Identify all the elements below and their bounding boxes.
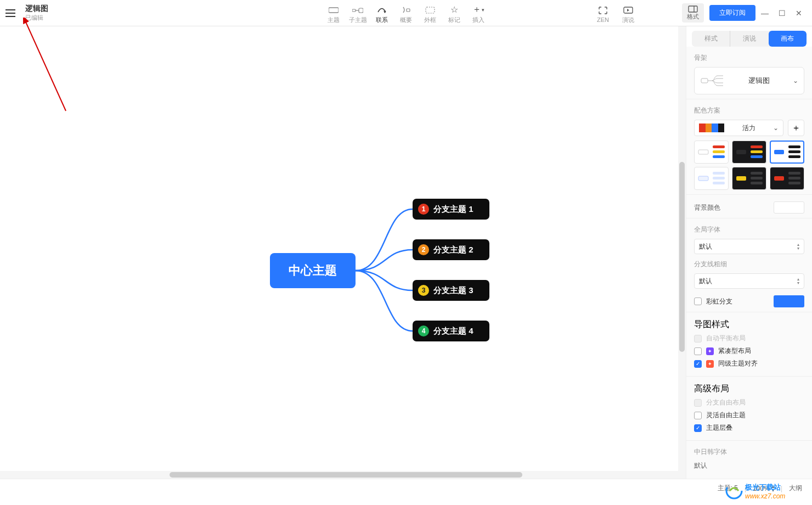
svg-point-43: [726, 483, 742, 498]
branch-width-label: 分支线粗细: [694, 260, 804, 269]
tab-canvas[interactable]: 画布: [769, 31, 807, 47]
svg-text:www.xz7.com: www.xz7.com: [745, 492, 785, 500]
pitch-button[interactable]: 演说: [618, 2, 638, 24]
skeleton-select[interactable]: 逻辑图 ⌄: [694, 67, 804, 94]
theme-preview-1[interactable]: [694, 141, 729, 164]
summary-icon: [402, 4, 410, 15]
maximize-icon[interactable]: ☐: [779, 9, 786, 18]
theme-preview-4[interactable]: [694, 167, 729, 190]
svg-rect-27: [774, 150, 784, 154]
svg-rect-36: [751, 172, 763, 175]
svg-rect-23: [736, 150, 746, 154]
plus-icon: ＋▾: [472, 4, 484, 15]
svg-rect-34: [713, 182, 725, 184]
auto-balance-checkbox: [694, 335, 702, 343]
cjk-font-value: 默认: [694, 461, 804, 470]
svg-rect-29: [788, 150, 800, 153]
free-topic-checkbox[interactable]: [694, 412, 702, 419]
tab-style[interactable]: 样式: [692, 31, 730, 47]
color-scheme-select[interactable]: 活力 ⌄: [694, 120, 783, 136]
watermark: 极光下载站 www.xz7.com: [724, 480, 807, 502]
marker-3-icon: 3: [418, 285, 429, 296]
document-subtitle: 已编辑: [25, 14, 48, 22]
svg-rect-25: [751, 150, 763, 153]
canvas[interactable]: 中心主题 1分支主题 1 2分支主题 2 3分支主题 3 4分支主题 4: [0, 26, 686, 479]
rainbow-color-chip[interactable]: [774, 295, 804, 307]
theme-preview-5[interactable]: [732, 167, 766, 190]
stepper-icon: ▴▾: [797, 243, 799, 250]
theme-preview-3[interactable]: [770, 141, 804, 164]
horizontal-scrollbar[interactable]: [0, 471, 678, 479]
topic-button[interactable]: 主题: [322, 2, 346, 24]
svg-rect-3: [359, 8, 363, 13]
global-font-select[interactable]: 默认 ▴▾: [694, 239, 804, 254]
color-scheme-label: 配色方案: [694, 106, 804, 115]
topic-stack-checkbox[interactable]: ✓: [694, 424, 702, 432]
boundary-button[interactable]: 外框: [418, 2, 442, 24]
tab-pitch[interactable]: 演说: [730, 31, 768, 47]
marker-4-icon: 4: [418, 326, 429, 336]
svg-rect-33: [713, 177, 725, 179]
minimize-icon[interactable]: —: [761, 9, 769, 18]
close-icon[interactable]: ✕: [796, 9, 802, 18]
center-topic[interactable]: 中心主题: [270, 253, 356, 288]
structure-icon: [700, 72, 725, 89]
subtopic-icon: [352, 4, 363, 15]
play-icon: [623, 4, 633, 15]
marker-2-icon: 2: [418, 244, 429, 255]
summary-button[interactable]: 概要: [394, 2, 418, 24]
bg-color-label: 背景颜色: [694, 203, 720, 212]
topic-icon: [329, 4, 339, 15]
same-level-align-checkbox[interactable]: ✓: [694, 360, 702, 368]
panel-icon: [688, 5, 698, 13]
svg-rect-6: [426, 7, 435, 13]
relationship-button[interactable]: 联系: [370, 2, 394, 24]
theme-preview-2[interactable]: [732, 141, 766, 164]
svg-rect-38: [751, 182, 763, 184]
branch-topic-1[interactable]: 1分支主题 1: [413, 199, 489, 220]
compact-checkbox[interactable]: [694, 347, 702, 355]
skeleton-label: 骨架: [694, 53, 804, 63]
svg-rect-35: [736, 176, 746, 181]
subscribe-button[interactable]: 立即订阅: [709, 5, 755, 21]
relationship-icon: [377, 4, 387, 15]
document-title: 逻辑图: [25, 4, 48, 14]
document-title-block: 逻辑图 已编辑: [25, 4, 48, 22]
svg-rect-24: [751, 145, 763, 148]
svg-text:极光下载站: 极光下载站: [745, 483, 781, 491]
insert-button[interactable]: ＋▾ 插入: [466, 2, 490, 24]
menu-icon[interactable]: [5, 9, 15, 17]
zen-button[interactable]: ZEN: [593, 3, 613, 23]
star-icon: ☆: [450, 4, 458, 15]
theme-preview-6[interactable]: [770, 167, 804, 190]
status-bar: 主题: 5 | 100% ▴▾ | 大纲: [0, 479, 812, 497]
branch-topic-3[interactable]: 3分支主题 3: [413, 280, 489, 301]
svg-rect-39: [774, 176, 784, 181]
svg-rect-20: [713, 145, 725, 148]
svg-rect-42: [788, 182, 800, 184]
svg-rect-22: [713, 155, 725, 158]
pro-badge-icon: ✦: [706, 347, 714, 355]
advanced-title: 高级布局: [694, 383, 804, 395]
global-font-label: 全局字体: [694, 225, 804, 234]
branch-width-select[interactable]: 默认 ▴▾: [694, 273, 804, 289]
rainbow-label: 彩虹分支: [706, 297, 769, 306]
map-style-title: 导图样式: [694, 319, 804, 330]
svg-rect-13: [701, 78, 708, 83]
add-scheme-button[interactable]: ＋: [788, 120, 804, 136]
svg-rect-0: [329, 8, 339, 13]
format-toggle[interactable]: 格式: [682, 3, 704, 23]
svg-rect-31: [698, 176, 708, 181]
format-panel: 样式 演说 画布 骨架 逻辑图 ⌄ 配色方案: [686, 26, 812, 479]
bg-color-picker[interactable]: [774, 201, 804, 214]
cjk-font-label: 中日韩字体: [694, 447, 804, 457]
svg-rect-26: [751, 155, 763, 158]
subtopic-button[interactable]: 子主题: [346, 2, 370, 24]
branch-topic-4[interactable]: 4分支主题 4: [413, 321, 489, 341]
svg-marker-8: [627, 9, 629, 12]
svg-rect-21: [713, 150, 725, 153]
marker-button[interactable]: ☆ 标记: [442, 2, 466, 24]
vertical-scrollbar[interactable]: [678, 26, 686, 479]
branch-topic-2[interactable]: 2分支主题 2: [413, 239, 489, 260]
rainbow-checkbox[interactable]: [694, 298, 702, 305]
